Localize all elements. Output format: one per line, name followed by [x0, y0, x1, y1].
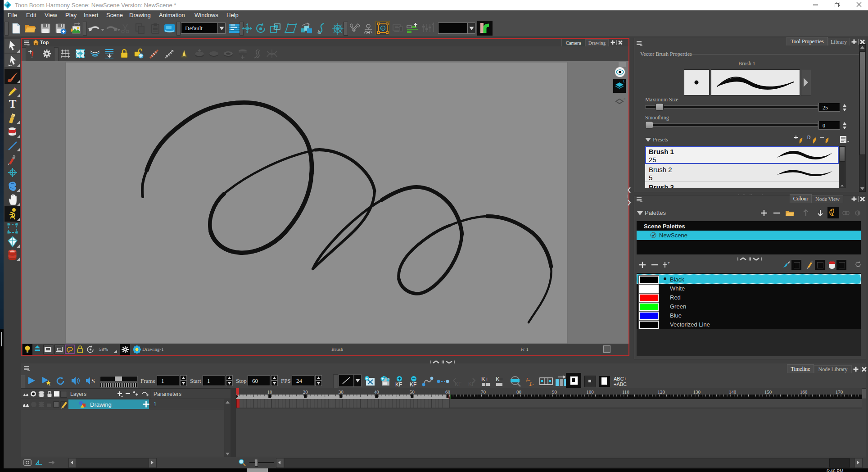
svg-text:120: 120 [658, 389, 665, 395]
svg-text:C: C [624, 98, 626, 100]
svg-text:130: 130 [693, 389, 701, 395]
svg-text:50: 50 [410, 389, 415, 395]
svg-text:90: 90 [552, 389, 557, 395]
svg-text:140: 140 [729, 389, 737, 395]
svg-text:D: D [807, 135, 810, 140]
svg-text:K−: K− [496, 376, 503, 382]
svg-text:L: L [623, 80, 625, 83]
svg-text:S: S [91, 378, 95, 385]
svg-text:160: 160 [800, 389, 808, 395]
svg-text:KF: KF [395, 381, 402, 387]
svg-text:70: 70 [481, 389, 486, 395]
svg-text:KF: KF [455, 381, 461, 387]
svg-text:30: 30 [339, 389, 344, 395]
svg-text:I: I [525, 376, 528, 383]
svg-text:20: 20 [303, 389, 308, 395]
svg-text:KF: KF [410, 381, 416, 387]
svg-text:100: 100 [586, 389, 594, 395]
svg-text:+ABC: +ABC [614, 381, 627, 387]
svg-text:ABC+: ABC+ [614, 376, 627, 381]
svg-text:10: 10 [267, 389, 273, 395]
svg-text:I: I [529, 381, 532, 387]
svg-text:T: T [668, 261, 670, 265]
svg-text:KF: KF [468, 381, 475, 387]
svg-text:80: 80 [516, 389, 522, 395]
svg-text:150: 150 [764, 389, 772, 395]
svg-text:170: 170 [836, 389, 843, 395]
svg-text:110: 110 [622, 389, 630, 395]
svg-text:60: 60 [445, 389, 451, 395]
svg-text:40: 40 [374, 389, 380, 395]
svg-text:K+: K+ [481, 376, 488, 382]
